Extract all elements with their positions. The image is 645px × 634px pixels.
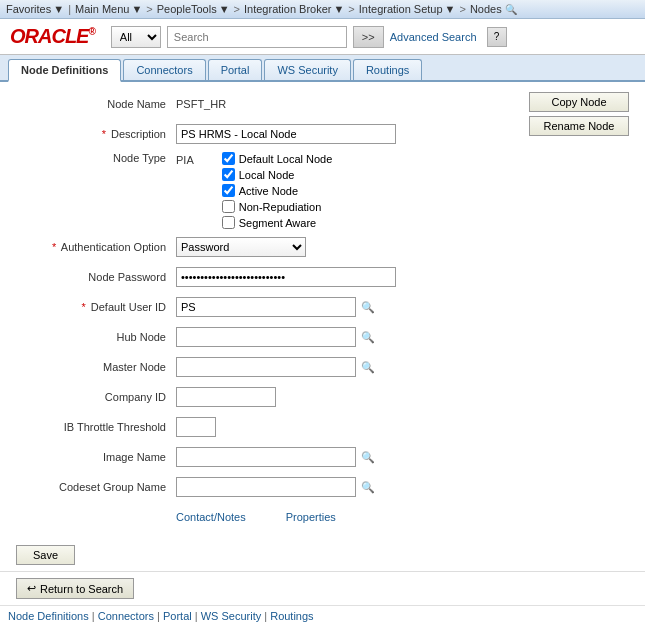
favorites-label: Favorites xyxy=(6,3,51,15)
node-password-row: Node Password xyxy=(16,265,629,289)
node-password-input[interactable] xyxy=(176,267,396,287)
hub-node-row: Hub Node 🔍 xyxy=(16,325,629,349)
description-label: Description xyxy=(16,128,176,140)
favorites-menu[interactable]: Favorites ▼ xyxy=(6,3,64,15)
integration-broker-arrow: ▼ xyxy=(333,3,344,15)
oracle-logo: ORACLE® xyxy=(10,25,95,48)
peopletools-label: PeopleTools xyxy=(157,3,217,15)
node-name-text: PSFT_HR xyxy=(176,98,226,110)
ib-throttle-value xyxy=(176,417,216,437)
contact-notes-link[interactable]: Contact/Notes xyxy=(176,511,246,523)
codeset-group-value: 🔍 xyxy=(176,477,376,497)
checkboxes-area: Default Local Node Local Node Active Nod… xyxy=(222,152,333,229)
main-content: Node Definitions Connectors Portal WS Se… xyxy=(0,55,645,626)
checkbox-segment-aware: Segment Aware xyxy=(222,216,333,229)
node-type-text: PIA xyxy=(176,154,194,166)
node-password-label: Node Password xyxy=(16,271,176,283)
bottom-connectors-link[interactable]: Connectors xyxy=(98,610,154,622)
integration-broker-label: Integration Broker xyxy=(244,3,331,15)
company-id-input[interactable] xyxy=(176,387,276,407)
main-menu[interactable]: Main Menu ▼ xyxy=(75,3,142,15)
master-node-row: Master Node 🔍 xyxy=(16,355,629,379)
description-value xyxy=(176,124,396,144)
save-section: Save xyxy=(0,539,645,571)
tab-connectors[interactable]: Connectors xyxy=(123,59,205,80)
nodes-link[interactable]: Nodes 🔍 xyxy=(470,3,517,15)
auth-option-row: Authentication Option Password None Cert… xyxy=(16,235,629,259)
company-id-row: Company ID xyxy=(16,385,629,409)
master-node-label: Master Node xyxy=(16,361,176,373)
checkbox-non-repudiation: Non-Repudiation xyxy=(222,200,333,213)
active-node-checkbox[interactable] xyxy=(222,184,235,197)
save-button[interactable]: Save xyxy=(16,545,75,565)
hub-node-search-icon[interactable]: 🔍 xyxy=(360,329,376,345)
default-user-id-input[interactable] xyxy=(176,297,356,317)
advanced-search-link[interactable]: Advanced Search xyxy=(390,31,477,43)
search-scope-select[interactable]: All Menu Help xyxy=(111,26,161,48)
search-go-button[interactable]: >> xyxy=(353,26,384,48)
description-input[interactable] xyxy=(176,124,396,144)
node-type-label: Node Type xyxy=(16,152,176,164)
non-repudiation-checkbox[interactable] xyxy=(222,200,235,213)
master-node-value: 🔍 xyxy=(176,357,376,377)
help-icon[interactable]: ? xyxy=(487,27,507,47)
return-to-search-button[interactable]: ↩ Return to Search xyxy=(16,578,134,599)
codeset-group-input[interactable] xyxy=(176,477,356,497)
company-id-label: Company ID xyxy=(16,391,176,403)
codeset-group-label: Codeset Group Name xyxy=(16,481,176,493)
bottom-node-definitions-link[interactable]: Node Definitions xyxy=(8,610,89,622)
search-bar: ORACLE® All Menu Help >> Advanced Search… xyxy=(0,19,645,55)
return-section: ↩ Return to Search xyxy=(0,571,645,605)
integration-broker-menu[interactable]: Integration Broker ▼ xyxy=(244,3,344,15)
tab-node-definitions[interactable]: Node Definitions xyxy=(8,59,121,82)
local-node-checkbox[interactable] xyxy=(222,168,235,181)
integration-setup-arrow: ▼ xyxy=(445,3,456,15)
ib-throttle-input[interactable] xyxy=(176,417,216,437)
ib-throttle-row: IB Throttle Threshold xyxy=(16,415,629,439)
node-type-value: PIA Default Local Node Local Node Active… xyxy=(176,152,332,229)
bottom-portal-link[interactable]: Portal xyxy=(163,610,192,622)
top-nav: Favorites ▼ | Main Menu ▼ > PeopleTools … xyxy=(0,0,645,19)
nodes-search-icon[interactable]: 🔍 xyxy=(505,4,517,15)
master-node-search-icon[interactable]: 🔍 xyxy=(360,359,376,375)
image-name-search-icon[interactable]: 🔍 xyxy=(360,449,376,465)
segment-aware-checkbox[interactable] xyxy=(222,216,235,229)
image-name-row: Image Name 🔍 xyxy=(16,445,629,469)
return-icon: ↩ xyxy=(27,582,36,595)
default-local-node-checkbox[interactable] xyxy=(222,152,235,165)
bottom-links: Node Definitions | Connectors | Portal |… xyxy=(0,605,645,626)
image-name-label: Image Name xyxy=(16,451,176,463)
codeset-group-search-icon[interactable]: 🔍 xyxy=(360,479,376,495)
tab-ws-security[interactable]: WS Security xyxy=(264,59,351,80)
codeset-group-row: Codeset Group Name 🔍 xyxy=(16,475,629,499)
search-input[interactable] xyxy=(167,26,347,48)
bottom-routings-link[interactable]: Routings xyxy=(270,610,313,622)
hub-node-input[interactable] xyxy=(176,327,356,347)
master-node-input[interactable] xyxy=(176,357,356,377)
auth-option-select[interactable]: Password None Certificate xyxy=(176,237,306,257)
peopletools-menu[interactable]: PeopleTools ▼ xyxy=(157,3,230,15)
copy-node-button[interactable]: Copy Node xyxy=(529,92,629,112)
integration-setup-menu[interactable]: Integration Setup ▼ xyxy=(359,3,456,15)
properties-link[interactable]: Properties xyxy=(286,511,336,523)
main-menu-label: Main Menu xyxy=(75,3,129,15)
image-name-input[interactable] xyxy=(176,447,356,467)
tab-portal[interactable]: Portal xyxy=(208,59,263,80)
tab-routings[interactable]: Routings xyxy=(353,59,422,80)
default-user-id-search-icon[interactable]: 🔍 xyxy=(360,299,376,315)
tabs-bar: Node Definitions Connectors Portal WS Se… xyxy=(0,55,645,82)
checkbox-local-node: Local Node xyxy=(222,168,333,181)
links-row: Contact/Notes Properties xyxy=(176,505,629,529)
nodes-label: Nodes xyxy=(470,3,502,15)
hub-node-value: 🔍 xyxy=(176,327,376,347)
node-type-row: Node Type PIA Default Local Node Local N… xyxy=(16,152,629,229)
rename-node-button[interactable]: Rename Node xyxy=(529,116,629,136)
default-user-id-value: 🔍 xyxy=(176,297,376,317)
node-name-value: PSFT_HR xyxy=(176,98,226,110)
main-menu-arrow: ▼ xyxy=(131,3,142,15)
company-id-value xyxy=(176,387,276,407)
bottom-ws-security-link[interactable]: WS Security xyxy=(201,610,262,622)
image-name-value: 🔍 xyxy=(176,447,376,467)
node-password-value xyxy=(176,267,396,287)
default-user-id-label: Default User ID xyxy=(16,301,176,313)
